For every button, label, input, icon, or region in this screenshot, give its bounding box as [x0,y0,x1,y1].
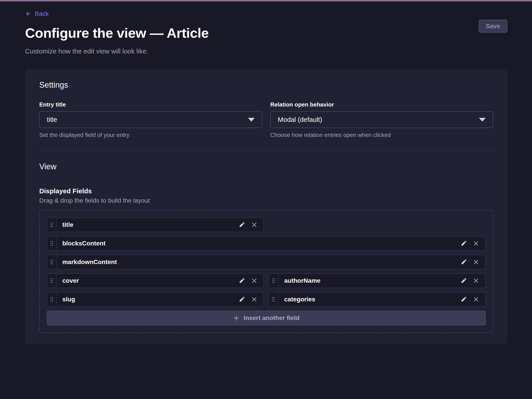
back-arrow-icon [25,10,32,17]
edit-pencil-icon [461,296,467,303]
remove-x-icon [473,240,479,247]
remove-field-button[interactable] [471,294,481,304]
field-chip-actions [237,218,263,232]
field-chip-label: cover [57,277,79,284]
drag-handle-icon [272,297,275,302]
view-heading: View [39,162,493,171]
page-title: Configure the view — Article [25,25,507,41]
field-chip-categories[interactable]: categories [269,292,486,307]
field-chip-label: categories [279,296,315,303]
remove-x-icon [251,278,257,284]
field-chip-cover[interactable]: cover [47,273,264,288]
back-link[interactable]: Back [25,10,49,17]
relation-behavior-group: Relation open behavior Modal (default) C… [270,101,493,139]
field-chip-label: slug [57,296,75,303]
settings-heading: Settings [39,80,493,90]
edit-pencil-icon [239,222,245,228]
drag-handle[interactable] [47,237,57,250]
field-chip-label: title [57,221,73,228]
entry-title-label: Entry title [39,101,262,108]
entry-title-hint: Set the displayed field of your entry [39,132,262,139]
relation-behavior-label: Relation open behavior [270,101,493,108]
drag-handle-icon [50,278,53,284]
field-chip-slug[interactable]: slug [47,292,264,307]
drag-handle-icon [272,278,275,284]
edit-pencil-icon [461,259,467,265]
remove-field-button[interactable] [249,294,259,304]
field-chip-blocksContent[interactable]: blocksContent [47,236,486,251]
fields-row-1: title [47,217,486,232]
configure-view-page: Back Save Configure the view — Article C… [0,1,532,344]
field-chip-actions [459,237,485,250]
drag-handle[interactable] [47,255,57,269]
chevron-down-icon [248,118,255,122]
drag-handle-icon [50,222,53,228]
field-chip-title[interactable]: title [47,217,264,232]
remove-field-button[interactable] [471,257,481,267]
edit-field-button[interactable] [237,294,247,304]
field-chip-actions [459,274,485,288]
edit-pencil-icon [461,240,467,247]
displayed-fields-title: Displayed Fields [39,187,493,195]
page-subtitle: Customize how the edit view will look li… [25,47,507,55]
remove-x-icon [473,259,479,265]
drag-handle[interactable] [47,274,57,288]
remove-x-icon [473,278,479,284]
back-label: Back [35,10,49,17]
entry-title-group: Entry title title Set the displayed fiel… [39,101,262,139]
edit-field-button[interactable] [237,220,247,230]
edit-pencil-icon [461,278,467,284]
field-chip-actions [459,292,485,306]
fields-row-5: slug [47,292,486,307]
save-button[interactable]: Save [479,20,507,33]
remove-field-button[interactable] [471,238,481,248]
section-divider [39,151,493,151]
field-chip-actions [237,274,263,288]
drag-handle[interactable] [47,292,57,306]
entry-title-select[interactable]: title [39,111,262,128]
remove-x-icon [251,222,257,228]
edit-field-button[interactable] [459,238,469,248]
drag-handle-icon [50,259,53,265]
edit-pencil-icon [239,278,245,284]
drag-handle[interactable] [269,292,279,306]
edit-pencil-icon [239,296,245,303]
displayed-fields-dropzone: title [39,210,493,333]
drag-handle-icon [50,241,53,246]
fields-row-2: blocksContent [47,236,486,251]
remove-field-button[interactable] [471,276,481,286]
fields-row-4: cover [47,273,486,288]
field-chip-label: markdownContent [57,259,117,266]
field-chip-authorName[interactable]: authorName [269,273,486,288]
field-chip-markdownContent[interactable]: markdownContent [47,255,486,269]
configuration-card: Settings Entry title title Set the displ… [25,69,507,344]
field-chip-label: blocksContent [57,240,105,247]
fields-row-3: markdownContent [47,255,486,269]
edit-field-button[interactable] [237,276,247,286]
remove-x-icon [251,296,257,303]
edit-field-button[interactable] [459,257,469,267]
displayed-fields-header: Displayed Fields Drag & drop the fields … [39,187,493,204]
insert-another-field-button[interactable]: Insert another field [47,311,486,325]
field-chip-label: authorName [279,277,320,284]
relation-behavior-hint: Choose how relation entries open when cl… [270,132,493,139]
remove-field-button[interactable] [249,220,259,230]
field-chip-actions [459,255,485,269]
field-chip-actions [237,292,263,306]
relation-behavior-select[interactable]: Modal (default) [270,111,493,128]
drag-handle[interactable] [47,218,57,232]
remove-field-button[interactable] [249,276,259,286]
entry-title-select-value: title [47,116,57,123]
plus-icon [233,315,240,321]
insert-another-field-label: Insert another field [244,314,299,322]
edit-field-button[interactable] [459,294,469,304]
chevron-down-icon [479,118,486,122]
drag-handle[interactable] [269,274,279,288]
settings-grid: Entry title title Set the displayed fiel… [39,101,493,139]
relation-behavior-select-value: Modal (default) [278,116,322,123]
edit-field-button[interactable] [459,276,469,286]
drag-handle-icon [50,297,53,302]
remove-x-icon [473,296,479,303]
displayed-fields-hint: Drag & drop the fields to build the layo… [39,197,493,204]
